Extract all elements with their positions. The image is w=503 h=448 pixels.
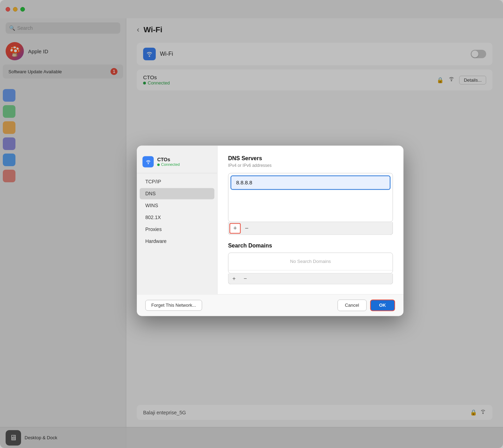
- modal-footer: Forget This Network... Cancel OK: [137, 294, 403, 316]
- dns-section-title: DNS Servers: [228, 155, 393, 162]
- modal-network-status: Connected: [157, 162, 180, 167]
- dns-entry-1[interactable]: 8.8.8.8: [230, 175, 390, 190]
- dns-controls-bar: + −: [228, 222, 393, 235]
- modal-network-info: CTOs Connected: [157, 157, 180, 167]
- dns-settings-modal: CTOs Connected TCP/IP DNS WINS: [137, 145, 403, 316]
- nav-item-hardware[interactable]: Hardware: [140, 236, 214, 247]
- footer-btn-group: Cancel OK: [337, 299, 395, 311]
- modal-sidebar: CTOs Connected TCP/IP DNS WINS: [137, 145, 217, 294]
- modal-content-area: DNS Servers IPv4 or IPv6 addresses 8.8.8…: [217, 145, 403, 294]
- nav-item-proxies[interactable]: Proxies: [140, 224, 214, 235]
- modal-network-name: CTOs: [157, 157, 180, 162]
- nav-item-wins[interactable]: WINS: [140, 200, 214, 211]
- nav-item-tcpip[interactable]: TCP/IP: [140, 176, 214, 187]
- search-domains-section: Search Domains No Search Domains + −: [228, 243, 393, 284]
- modal-connected-label: Connected: [161, 162, 180, 167]
- dns-remove-button[interactable]: −: [242, 224, 252, 233]
- modal-nav-list: TCP/IP DNS WINS 802.1X Proxies Hardware: [137, 176, 217, 247]
- dns-empty-area: [228, 192, 393, 220]
- cancel-button[interactable]: Cancel: [337, 299, 366, 311]
- search-domain-remove-button[interactable]: −: [240, 274, 250, 283]
- search-domains-controls: + −: [228, 273, 393, 284]
- modal-connected-dot: [157, 163, 160, 166]
- search-domains-box[interactable]: No Search Domains: [228, 252, 393, 273]
- modal-network-header: CTOs Connected: [137, 152, 217, 173]
- no-search-domains-label: No Search Domains: [228, 253, 393, 270]
- modal-wifi-icon: [142, 156, 154, 167]
- dns-section-subtitle: IPv4 or IPv6 addresses: [228, 163, 393, 168]
- ok-button[interactable]: OK: [370, 299, 395, 311]
- nav-item-dns[interactable]: DNS: [140, 188, 214, 199]
- dns-entry-value: 8.8.8.8: [236, 179, 252, 185]
- dns-entries-container[interactable]: 8.8.8.8: [228, 173, 393, 222]
- search-domains-title: Search Domains: [228, 243, 393, 249]
- nav-item-8021x[interactable]: 802.1X: [140, 212, 214, 223]
- dns-add-button[interactable]: +: [229, 223, 241, 233]
- forget-network-button[interactable]: Forget This Network...: [145, 300, 202, 311]
- modal-body: CTOs Connected TCP/IP DNS WINS: [137, 145, 403, 294]
- search-domain-add-button[interactable]: +: [229, 274, 239, 283]
